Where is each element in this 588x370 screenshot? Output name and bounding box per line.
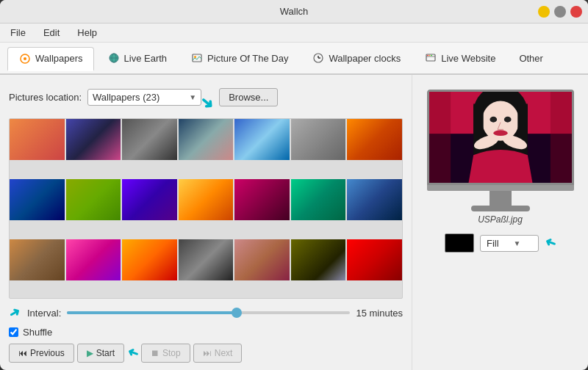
svg-rect-27 [429,92,451,183]
monitor-stand-neck [490,191,512,206]
thumbnail-20[interactable] [291,239,346,280]
window-title: Wallch [280,6,309,17]
interval-row: ➜ Interval: 15 minutes [9,305,403,321]
thumbnail-12[interactable] [234,179,290,220]
location-select-text: Wallpapers (23) [93,92,159,103]
wallpaper-icon [18,52,32,65]
thumbnail-19[interactable] [234,239,290,280]
menu-file[interactable]: File [7,26,29,40]
monitor-screen [427,90,574,185]
next-button[interactable]: ⏭ Next [193,344,243,363]
interval-label: Interval: [27,308,61,319]
close-button[interactable]: × [570,6,582,18]
thumbnail-17[interactable] [122,239,177,280]
thumbnail-grid [9,118,403,299]
thumbnail-5[interactable] [234,119,290,160]
thumbnail-13[interactable] [291,179,346,220]
shuffle-row: Shuffle [9,327,403,338]
stop-label: Stop [162,348,181,358]
fill-label: Fill [487,238,499,249]
shuffle-checkbox[interactable] [9,327,18,337]
svg-rect-5 [193,54,201,62]
browse-button[interactable]: Browse... [219,88,278,106]
wallpaper-preview [429,92,572,183]
svg-point-13 [429,55,431,57]
minimize-button[interactable]: − [538,6,550,18]
thumbnail-7[interactable] [347,119,402,160]
menu-edit[interactable]: Edit [40,26,62,40]
tab-picture-of-day[interactable]: Picture Of The Day [180,47,298,69]
svg-point-6 [194,56,196,58]
interval-slider-fill [67,311,237,314]
svg-point-14 [431,55,432,57]
thumbnail-21[interactable] [347,239,402,280]
tab-live-website[interactable]: Live Website [414,47,506,69]
playback-controls: ⏮ Previous ▶ Start ➜ ⏹ Stop ⏭ Next [9,344,403,363]
main-content: Pictures location: Wallpapers (23) ▼ ➜ B… [0,75,588,370]
thumbnail-3[interactable] [122,119,177,160]
clock-icon [312,51,325,65]
thumbnail-11[interactable] [179,179,234,220]
monitor-container: USPaßl.jpg [427,90,574,225]
tab-wallpaper-clocks[interactable]: Wallpaper clocks [301,47,411,69]
svg-point-1 [24,57,26,60]
app-window: Wallch − □ × File Edit Help Wallpapers L… [0,0,588,370]
previous-icon: ⏮ [18,348,27,358]
tab-other-label: Other [519,53,543,64]
window-controls: − □ × [538,6,582,18]
thumbnail-6[interactable] [291,119,346,160]
left-panel: Pictures location: Wallpapers (23) ▼ ➜ B… [0,75,412,370]
nav-tabs: Wallpapers Live Earth Picture Of The Day… [0,43,588,75]
color-fill-row: Fill ▼ ➜ [445,233,556,253]
svg-point-23 [503,117,511,123]
pictures-location-row: Pictures location: Wallpapers (23) ▼ ➜ B… [9,82,403,112]
chevron-down-icon: ▼ [514,239,521,247]
tab-wallpapers-label: Wallpapers [35,53,83,64]
next-label: Next [215,348,233,358]
arrow-indicator-interval: ➜ [6,303,24,323]
stop-button[interactable]: ⏹ Stop [141,344,190,363]
stop-icon: ⏹ [151,348,159,358]
thumbnail-16[interactable] [66,239,121,280]
thumbnail-18[interactable] [179,239,234,280]
chevron-down-icon: ▼ [189,93,196,101]
arrow-indicator-start: ➜ [125,344,141,363]
next-icon: ⏭ [203,348,212,358]
earth-icon [107,51,121,65]
interval-slider-thumb [232,308,242,318]
preview-filename: USPaßl.jpg [478,214,523,225]
start-label: Start [96,348,115,358]
thumbnail-10[interactable] [122,179,177,220]
menu-help[interactable]: Help [74,26,100,40]
location-select[interactable]: Wallpapers (23) ▼ [87,89,201,106]
thumbnail-9[interactable] [66,179,121,220]
start-button[interactable]: ▶ Start [77,344,124,363]
interval-slider[interactable] [67,311,350,314]
thumbnail-8[interactable] [10,179,65,220]
color-swatch[interactable] [445,233,474,253]
thumbnail-4[interactable] [179,119,234,160]
maximize-button[interactable]: □ [554,6,566,18]
previous-button[interactable]: ⏮ Previous [9,344,74,363]
pictures-location-label: Pictures location: [9,92,82,103]
svg-point-24 [493,130,507,136]
menubar: File Edit Help [0,23,588,43]
thumbnail-14[interactable] [347,179,402,220]
tab-live-earth[interactable]: Live Earth [97,47,178,69]
thumbnail-15[interactable] [10,239,65,280]
tab-other[interactable]: Other [509,48,553,68]
thumbnail-2[interactable] [66,119,121,160]
svg-point-12 [427,55,429,57]
play-icon: ▶ [87,348,93,358]
picture-icon [190,51,204,65]
svg-point-22 [490,117,497,123]
tab-wallpapers[interactable]: Wallpapers [7,47,94,71]
tab-live-website-label: Live Website [441,53,495,64]
thumbnail-1[interactable] [10,119,65,160]
monitor-stand-top [427,185,574,191]
shuffle-label: Shuffle [23,327,52,338]
fill-select[interactable]: Fill ▼ [480,235,539,252]
interval-value: 15 minutes [356,308,403,319]
arrow-indicator-fill: ➜ [542,233,559,253]
previous-label: Previous [30,348,65,358]
